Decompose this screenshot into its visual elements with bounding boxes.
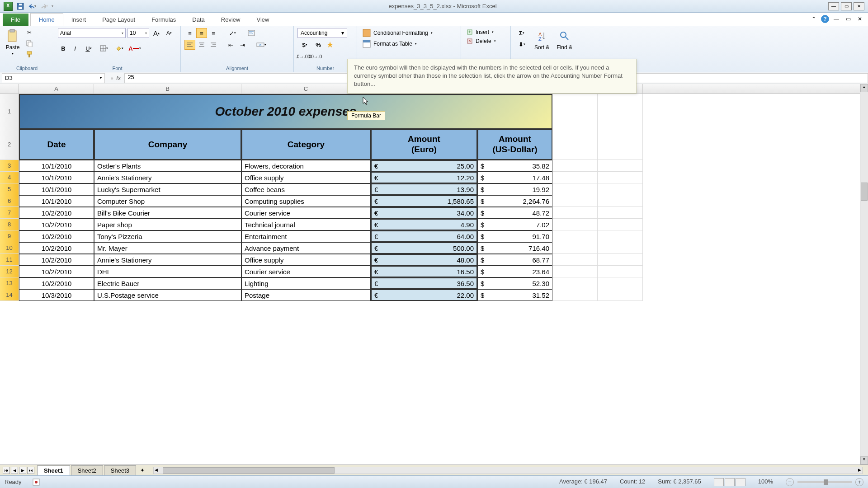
cell-date[interactable]: 10/1/2010 (19, 195, 94, 207)
qat-customize-icon[interactable]: ▾ (52, 4, 53, 8)
cell-category[interactable]: Office supply (241, 254, 371, 266)
fill-button[interactable]: ⬇ ▾ (514, 39, 529, 49)
cell-category[interactable]: Flowers, decoration (241, 160, 371, 172)
conditional-formatting-button[interactable]: Conditional Formatting ▾ (361, 28, 457, 38)
header-euro[interactable]: Amount(Euro) (371, 129, 477, 160)
font-name-combo[interactable]: Arial▾ (58, 28, 126, 38)
align-right-icon[interactable] (208, 40, 219, 50)
align-left-icon[interactable] (184, 40, 195, 50)
scroll-up-icon[interactable]: ▴ (860, 84, 868, 92)
cell-company[interactable]: Bill's Bike Courier (94, 207, 241, 219)
header-date[interactable]: Date (19, 129, 94, 160)
fill-color-button[interactable]: ▾ (112, 43, 127, 53)
row-header[interactable]: 10 (0, 242, 19, 254)
cell-company[interactable]: DHL (94, 266, 241, 277)
number-format-combo[interactable]: Accounting▾ (297, 28, 347, 38)
scroll-down-icon[interactable]: ▾ (860, 456, 868, 465)
cell-euro[interactable]: €48.00 (371, 254, 477, 266)
paste-button[interactable]: Paste ▾ (4, 28, 22, 56)
italic-button[interactable]: I (70, 43, 80, 53)
cell-usd[interactable]: $35.82 (477, 160, 552, 172)
file-tab[interactable]: File (3, 14, 28, 26)
cell-usd[interactable]: $91.70 (477, 230, 552, 242)
wrap-text-icon[interactable] (246, 28, 257, 38)
sheet-tab-2[interactable]: Sheet2 (71, 465, 103, 475)
window-close-icon[interactable]: ✕ (855, 14, 864, 23)
cell-date[interactable]: 10/2/2010 (19, 254, 94, 266)
align-center-icon[interactable] (196, 40, 207, 50)
cell-euro[interactable]: €64.00 (371, 230, 477, 242)
row-header[interactable]: 9 (0, 230, 19, 242)
minimize-ribbon-icon[interactable]: ⌃ (809, 14, 818, 23)
underline-button[interactable]: U ▾ (81, 43, 96, 53)
cell-company[interactable]: Electric Bauer (94, 277, 241, 289)
sheet-title-cell[interactable]: October 2010 expenses (19, 94, 552, 129)
sheet-tab-3[interactable]: Sheet3 (104, 465, 136, 475)
header-company[interactable]: Company (94, 129, 241, 160)
cell-company[interactable]: Annie's Stationery (94, 254, 241, 266)
borders-button[interactable]: ▾ (97, 43, 111, 53)
cell-company[interactable]: Annie's Stationery (94, 172, 241, 183)
cell-company[interactable]: Mr. Mayer (94, 242, 241, 254)
row-header[interactable]: 4 (0, 172, 19, 183)
cell-euro[interactable]: €13.90 (371, 183, 477, 195)
redo-icon[interactable]: ▾ (40, 2, 48, 10)
cell-company[interactable]: Lucky's Supermarket (94, 183, 241, 195)
cell-category[interactable]: Courier service (241, 207, 371, 219)
cut-icon[interactable]: ✂ (24, 28, 34, 37)
row-header[interactable]: 7 (0, 207, 19, 219)
zoom-level[interactable]: 100% (758, 478, 773, 486)
cell-category[interactable]: Computing supplies (241, 195, 371, 207)
tab-review[interactable]: Review (213, 14, 249, 26)
increase-decimal-icon[interactable]: .0→.00 (297, 52, 308, 61)
header-usd[interactable]: Amount(US-Dollar) (477, 129, 552, 160)
cell-company[interactable]: U.S.Postage service (94, 289, 241, 301)
cell-usd[interactable]: $68.77 (477, 254, 552, 266)
prev-sheet-icon[interactable]: ◀ (11, 467, 18, 474)
normal-view-icon[interactable] (714, 478, 724, 486)
cell-euro[interactable]: €1,580.65 (371, 195, 477, 207)
cell-date[interactable]: 10/1/2010 (19, 160, 94, 172)
cell-euro[interactable]: €22.00 (371, 289, 477, 301)
last-sheet-icon[interactable]: ⏭ (27, 467, 34, 474)
row-header[interactable]: 13 (0, 277, 19, 289)
cell-usd[interactable]: $2,264.76 (477, 195, 552, 207)
cell-euro[interactable]: €4.90 (371, 219, 477, 230)
cell-date[interactable]: 10/2/2010 (19, 207, 94, 219)
cell-category[interactable]: Postage (241, 289, 371, 301)
cell-company[interactable]: Paper shop (94, 219, 241, 230)
cell-date[interactable]: 10/1/2010 (19, 183, 94, 195)
cell-usd[interactable]: $52.30 (477, 277, 552, 289)
name-box[interactable]: D3▾ (2, 73, 105, 83)
first-sheet-icon[interactable]: ⏮ (3, 467, 10, 474)
fx-icon[interactable]: fx (116, 75, 121, 81)
cell-category[interactable]: Office supply (241, 172, 371, 183)
spreadsheet-grid[interactable]: A B C D E F G 1 October 2010 expenses 2 … (0, 84, 868, 427)
cell-usd[interactable]: $17.48 (477, 172, 552, 183)
tab-data[interactable]: Data (184, 14, 212, 26)
cell-usd[interactable]: $716.40 (477, 242, 552, 254)
page-break-view-icon[interactable] (736, 478, 745, 486)
cell-category[interactable]: Entertainment (241, 230, 371, 242)
next-sheet-icon[interactable]: ▶ (19, 467, 26, 474)
comma-format-button[interactable]: ★ (325, 40, 335, 50)
font-size-combo[interactable]: 10▾ (127, 28, 149, 38)
cell-date[interactable]: 10/2/2010 (19, 219, 94, 230)
decrease-decimal-icon[interactable]: .00→.0 (309, 52, 320, 61)
delete-cells-button[interactable]: ×Delete ▾ (465, 37, 507, 45)
row-header[interactable]: 5 (0, 183, 19, 195)
close-button[interactable]: ✕ (854, 2, 864, 10)
bold-button[interactable]: B (58, 43, 69, 53)
cell-date[interactable]: 10/1/2010 (19, 172, 94, 183)
decrease-font-icon[interactable]: A▾ (164, 28, 175, 38)
accounting-format-button[interactable]: $ ▾ (297, 40, 312, 50)
help-icon[interactable]: ? (821, 15, 829, 23)
cell-company[interactable]: Tony's Pizzeria (94, 230, 241, 242)
tab-formulas[interactable]: Formulas (143, 14, 184, 26)
row-header[interactable]: 12 (0, 266, 19, 277)
cell-company[interactable]: Computer Shop (94, 195, 241, 207)
save-icon[interactable] (16, 2, 24, 10)
tab-page-layout[interactable]: Page Layout (94, 14, 143, 26)
page-layout-view-icon[interactable] (725, 478, 735, 486)
vertical-scrollbar[interactable]: ▴ ▾ (860, 84, 868, 465)
